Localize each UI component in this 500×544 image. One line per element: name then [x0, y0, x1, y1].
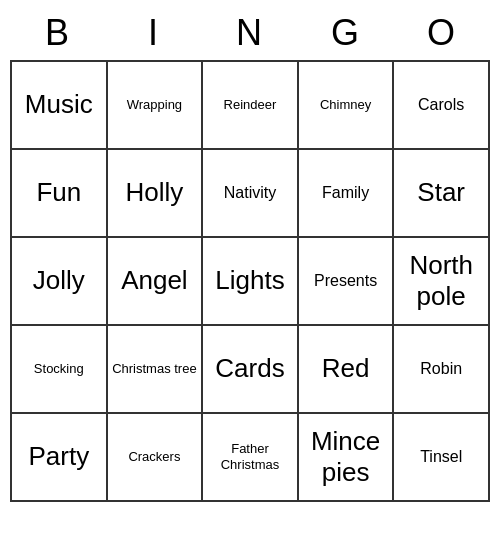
cell-r0-c2: Reindeer — [203, 62, 299, 150]
cell-r2-c0: Jolly — [12, 238, 108, 326]
cell-text-r4-c4: Tinsel — [420, 447, 462, 466]
cell-r1-c0: Fun — [12, 150, 108, 238]
cell-r3-c3: Red — [299, 326, 395, 414]
cell-text-r4-c2: Father Christmas — [206, 441, 294, 472]
cell-r0-c1: Wrapping — [108, 62, 204, 150]
cell-text-r1-c3: Family — [322, 183, 369, 202]
cell-text-r1-c0: Fun — [36, 177, 81, 208]
cell-r2-c4: North pole — [394, 238, 490, 326]
cell-text-r2-c3: Presents — [314, 271, 377, 290]
cell-text-r1-c1: Holly — [125, 177, 183, 208]
cell-r3-c2: Cards — [203, 326, 299, 414]
cell-r2-c1: Angel — [108, 238, 204, 326]
header-letter-I: I — [106, 8, 202, 58]
cell-text-r3-c4: Robin — [420, 359, 462, 378]
cell-r2-c3: Presents — [299, 238, 395, 326]
cell-r4-c4: Tinsel — [394, 414, 490, 502]
cell-text-r3-c0: Stocking — [34, 361, 84, 377]
bingo-header: BINGO — [10, 8, 490, 58]
cell-r1-c1: Holly — [108, 150, 204, 238]
cell-text-r4-c3: Mince pies — [302, 426, 390, 488]
cell-r1-c2: Nativity — [203, 150, 299, 238]
cell-r3-c1: Christmas tree — [108, 326, 204, 414]
header-letter-O: O — [394, 8, 490, 58]
cell-text-r1-c4: Star — [417, 177, 465, 208]
header-letter-B: B — [10, 8, 106, 58]
cell-text-r0-c4: Carols — [418, 95, 464, 114]
cell-text-r2-c1: Angel — [121, 265, 188, 296]
cell-text-r3-c2: Cards — [215, 353, 284, 384]
cell-r2-c2: Lights — [203, 238, 299, 326]
header-letter-G: G — [298, 8, 394, 58]
cell-text-r0-c1: Wrapping — [127, 97, 182, 113]
cell-r1-c3: Family — [299, 150, 395, 238]
cell-text-r0-c2: Reindeer — [224, 97, 277, 113]
cell-text-r3-c1: Christmas tree — [112, 361, 197, 377]
cell-text-r2-c4: North pole — [397, 250, 485, 312]
cell-r4-c2: Father Christmas — [203, 414, 299, 502]
cell-r4-c0: Party — [12, 414, 108, 502]
cell-r4-c1: Crackers — [108, 414, 204, 502]
cell-r4-c3: Mince pies — [299, 414, 395, 502]
cell-text-r4-c0: Party — [28, 441, 89, 472]
cell-text-r0-c3: Chimney — [320, 97, 371, 113]
cell-r3-c4: Robin — [394, 326, 490, 414]
cell-text-r0-c0: Music — [25, 89, 93, 120]
cell-text-r3-c3: Red — [322, 353, 370, 384]
header-letter-N: N — [202, 8, 298, 58]
cell-r0-c0: Music — [12, 62, 108, 150]
bingo-grid: MusicWrappingReindeerChimneyCarolsFunHol… — [10, 60, 490, 502]
bingo-card: BINGO MusicWrappingReindeerChimneyCarols… — [10, 8, 490, 502]
cell-text-r1-c2: Nativity — [224, 183, 276, 202]
cell-r3-c0: Stocking — [12, 326, 108, 414]
cell-text-r4-c1: Crackers — [128, 449, 180, 465]
cell-r0-c4: Carols — [394, 62, 490, 150]
cell-text-r2-c0: Jolly — [33, 265, 85, 296]
cell-r0-c3: Chimney — [299, 62, 395, 150]
cell-r1-c4: Star — [394, 150, 490, 238]
cell-text-r2-c2: Lights — [215, 265, 284, 296]
